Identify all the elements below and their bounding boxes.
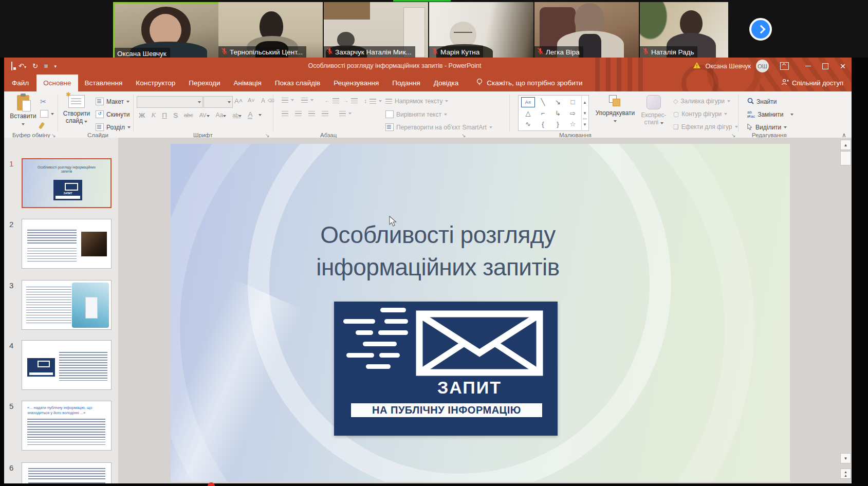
shape-textbox-icon[interactable]: A≡	[521, 97, 535, 107]
participant-video-ternopil[interactable]: Тернопільський Цент...	[218, 2, 323, 58]
redo-icon[interactable]: ↻	[32, 62, 38, 70]
minimize-button[interactable]	[799, 58, 817, 74]
participant-video-lehka[interactable]: Легка Віра	[534, 2, 639, 58]
shape-scribble-icon[interactable]: ∿	[521, 119, 535, 129]
copy-button[interactable]	[40, 110, 54, 118]
signed-in-user[interactable]: Оксана Шевчук	[705, 63, 751, 70]
customize-qat-icon[interactable]: ▾	[54, 64, 57, 69]
layout-button[interactable]: Макет	[96, 98, 130, 105]
shape-arrow-icon[interactable]: ↘	[550, 97, 565, 108]
font-size-combobox[interactable]	[204, 96, 233, 108]
undo-icon[interactable]: ↶▾	[19, 62, 26, 70]
shape-elbow-icon[interactable]: ⌐	[535, 108, 550, 119]
format-painter-button[interactable]	[40, 122, 43, 129]
slide-thumbnail-5[interactable]: «... надати публічну інформацію, що знах…	[22, 401, 112, 451]
restore-button[interactable]	[817, 58, 834, 74]
tab-help[interactable]: Довідка	[427, 74, 466, 91]
italic-button[interactable]: К	[151, 111, 156, 119]
character-spacing-button[interactable]: AV	[199, 112, 210, 118]
tab-insert[interactable]: Вставлення	[78, 74, 130, 91]
highlight-color-button[interactable]: a͟b͟	[232, 112, 242, 118]
shapes-gallery-scroll[interactable]: ▲▼▼	[581, 96, 588, 130]
font-color-button[interactable]: A	[248, 111, 252, 119]
section-button[interactable]: Розділ	[96, 123, 131, 131]
grow-font-button[interactable]: A˄	[234, 97, 243, 105]
replace-button[interactable]: ab⇄ac Замінити	[747, 110, 793, 119]
participant-video-zakharchuk[interactable]: Захарчук Наталія Мик...	[324, 2, 428, 58]
shape-outline-button[interactable]: ▢Контур фігури	[673, 110, 727, 118]
close-button[interactable]: ✕	[834, 58, 852, 74]
save-icon[interactable]	[11, 62, 12, 70]
warning-icon[interactable]	[693, 62, 701, 71]
change-case-button[interactable]: Aa	[216, 111, 227, 119]
ribbon-display-options-icon[interactable]	[780, 62, 789, 70]
text-shadow-button[interactable]: S	[173, 111, 178, 119]
paste-button[interactable]: Вставити	[9, 95, 37, 131]
slide-canvas[interactable]: Особливості розгляду інформаційних запит…	[171, 144, 790, 482]
font-name-combobox[interactable]	[137, 96, 203, 108]
bullets-button[interactable]	[282, 98, 294, 103]
align-center-button[interactable]	[295, 111, 302, 116]
align-text-button[interactable]: Вирівняти текст	[385, 110, 447, 118]
cut-button[interactable]: ✂	[40, 97, 47, 106]
line-spacing-button[interactable]: ↕	[364, 98, 382, 105]
new-slide-button[interactable]: Створитислайд	[62, 95, 91, 131]
tab-file[interactable]: Файл	[4, 74, 36, 91]
columns-button[interactable]	[339, 111, 352, 116]
align-right-button[interactable]	[308, 111, 315, 116]
share-button[interactable]: Спільний доступ	[781, 74, 843, 91]
numbering-button[interactable]	[301, 98, 313, 103]
align-left-button[interactable]	[282, 111, 288, 116]
next-slide-button[interactable]: ▲▲	[840, 469, 851, 479]
next-participants-button[interactable]	[749, 18, 772, 41]
strikethrough-button[interactable]: abc	[184, 112, 193, 118]
participant-video-natalia[interactable]: Наталія Радь	[640, 2, 728, 58]
tell-me-box[interactable]: Скажіть, що потрібно зробити	[476, 74, 582, 91]
find-button[interactable]: Знайти	[747, 98, 777, 106]
shape-fill-button[interactable]: ◇Заливка фігури	[673, 98, 730, 105]
touch-mode-icon[interactable]: ≡	[44, 62, 48, 70]
select-button[interactable]: Виділити	[747, 123, 787, 132]
shape-elbow-arrow-icon[interactable]: ↳	[550, 108, 565, 119]
underline-button[interactable]: П	[162, 111, 167, 119]
scroll-up-button[interactable]: ▲	[840, 140, 851, 150]
slide-title[interactable]: Особливості розгляду інформаційних запит…	[201, 219, 674, 284]
bold-button[interactable]: Ж	[139, 111, 145, 119]
shape-brace-left-icon[interactable]: {	[535, 119, 550, 129]
tab-animations[interactable]: Анімація	[227, 74, 268, 91]
shape-rectangle-icon[interactable]: □	[565, 97, 580, 108]
slide-thumbnail-3[interactable]	[22, 280, 112, 330]
slide-thumbnail-1[interactable]: Особливості розгляду інформаційних запит…	[22, 158, 112, 208]
tab-design[interactable]: Конструктор	[129, 74, 182, 91]
tab-view[interactable]: Подання	[385, 74, 427, 91]
convert-smartart-button[interactable]: Перетворити на об'єкт SmartArt	[385, 123, 492, 131]
shrink-font-button[interactable]: A˅	[248, 97, 255, 103]
decrease-indent-button[interactable]: ←	[325, 98, 339, 103]
vertical-scrollbar[interactable]: ▲ ▼ ▲▲	[840, 138, 851, 483]
request-badge-graphic[interactable]: ЗАПИТ НА ПУБЛІЧНУ ІНФОРМАЦІЮ	[334, 302, 558, 436]
shape-brace-right-icon[interactable]: }	[550, 119, 565, 129]
tab-slideshow[interactable]: Показ слайдів	[268, 74, 327, 91]
shape-line-icon[interactable]: ╲	[535, 97, 550, 108]
avatar[interactable]: ОШ	[756, 60, 769, 72]
justify-button[interactable]	[322, 111, 328, 116]
increase-indent-button[interactable]: →	[343, 98, 358, 103]
slide-thumbnail-2[interactable]	[22, 219, 112, 269]
shape-effects-button[interactable]: ❑Ефекти для фігур	[673, 123, 738, 130]
text-direction-button[interactable]: Напрямок тексту	[385, 98, 448, 105]
participant-video-maria[interactable]: Марія Кутна	[429, 2, 533, 58]
quick-styles-button[interactable]: Експрес-стилі	[639, 95, 668, 131]
tab-transitions[interactable]: Переходи	[182, 74, 227, 91]
participant-video-oksana[interactable]: Оксана Шевчук	[113, 2, 220, 61]
scroll-down-button[interactable]: ▼	[840, 453, 851, 463]
scrollbar-thumb[interactable]	[840, 151, 851, 165]
tab-review[interactable]: Рецензування	[327, 74, 385, 91]
slide-thumbnail-6[interactable]	[22, 462, 112, 483]
shape-star-icon[interactable]: ☆	[565, 119, 580, 129]
reset-button[interactable]: ↺Скинути	[96, 110, 130, 118]
clear-formatting-button[interactable]: A⌫	[261, 97, 274, 104]
slide-thumbnail-4[interactable]	[22, 340, 112, 390]
tab-home[interactable]: Основне	[36, 74, 78, 91]
shapes-gallery[interactable]: A≡ ╲ ↘ □ △ ⌐ ↳ ⇨ ∿ { } ☆ ▲▼▼	[518, 95, 589, 131]
shape-triangle-icon[interactable]: △	[521, 108, 535, 119]
